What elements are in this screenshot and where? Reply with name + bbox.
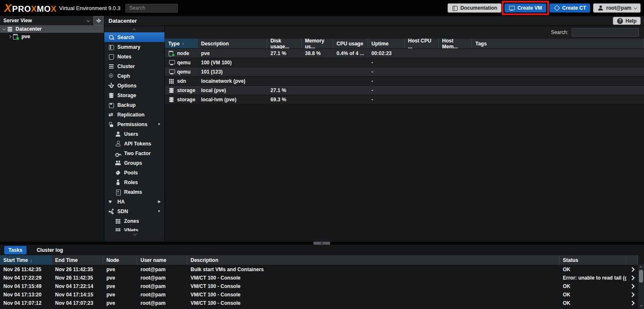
- vertical-scrollbar[interactable]: [638, 264, 644, 309]
- host-mem: [439, 86, 472, 95]
- task-expand-button[interactable]: [626, 282, 638, 291]
- bottom-panel: Tasks Cluster log Start Time ↓ End Time: [0, 245, 644, 309]
- menu-item[interactable]: Realms: [104, 187, 164, 197]
- menu-item[interactable]: Backup: [104, 100, 164, 110]
- storage-icon: [168, 87, 175, 93]
- menu-item[interactable]: Replication: [104, 110, 164, 119]
- book-icon: [108, 44, 114, 50]
- task-expand-button[interactable]: [626, 265, 638, 274]
- create-vm-button[interactable]: Create VM: [504, 3, 546, 13]
- task-expand-button[interactable]: [626, 291, 638, 299]
- tags: [472, 77, 644, 86]
- resource-row[interactable]: node pve 27.1 % 38.8 % 0.4% of 4 ... 00:…: [165, 49, 644, 58]
- task-description: VM/CT 100 - Console: [187, 291, 559, 299]
- menu-item[interactable]: Permissions ▼: [104, 119, 164, 129]
- splitter-handle[interactable]: [313, 242, 330, 245]
- column-header[interactable]: End Time: [52, 255, 103, 265]
- menu-item[interactable]: Notes: [104, 52, 164, 61]
- panel-splitter[interactable]: [0, 242, 644, 245]
- column-header[interactable]: Status: [559, 255, 626, 265]
- menu-scroll-up[interactable]: [104, 27, 164, 32]
- menu-item[interactable]: VNets: [104, 226, 164, 231]
- chevron-right-icon: [630, 275, 634, 280]
- column-header[interactable]: Type ↑: [165, 39, 198, 49]
- menu-item[interactable]: API Tokens: [104, 139, 164, 148]
- column-header[interactable]: Start Time ↓: [0, 255, 52, 265]
- column-header[interactable]: Description: [198, 39, 267, 49]
- task-row[interactable]: Nov 04 17:07:12 Nov 04 17:07:23 pve root…: [0, 299, 638, 307]
- menu-item[interactable]: Two Factor: [104, 148, 164, 158]
- user-menu-button[interactable]: root@pam: [593, 3, 641, 13]
- column-header[interactable]: Node: [103, 255, 137, 265]
- menu-item[interactable]: Options: [104, 81, 164, 90]
- tree-expander-icon[interactable]: [8, 35, 11, 38]
- menu-item[interactable]: HA ▶: [104, 197, 164, 206]
- scroll-up-arrow[interactable]: [638, 264, 644, 269]
- bottom-tab[interactable]: Cluster log: [32, 246, 67, 254]
- menu-item[interactable]: Ceph: [104, 71, 164, 81]
- menu-scroll-down[interactable]: [104, 231, 164, 237]
- task-row[interactable]: Nov 04 17:13:20 Nov 04 17:14:15 pve root…: [0, 291, 638, 299]
- column-header[interactable]: Uptime: [368, 39, 405, 49]
- resource-row[interactable]: qemu 101 (123) -: [165, 67, 644, 77]
- resource-row[interactable]: storage local (pve) 27.1 % -: [165, 86, 644, 95]
- column-header[interactable]: Host Mem...: [439, 39, 472, 49]
- resource-search-input[interactable]: [572, 28, 639, 37]
- menu-item[interactable]: Search: [104, 32, 164, 42]
- create-ct-button[interactable]: Create CT: [549, 3, 591, 13]
- resource-row[interactable]: sdn localnetwork (pve) -: [165, 77, 644, 86]
- column-header[interactable]: Memory us...: [302, 39, 333, 49]
- menu-item[interactable]: Roles: [104, 177, 164, 187]
- task-expand-button[interactable]: [626, 274, 638, 282]
- tags: [472, 49, 644, 58]
- menu-item[interactable]: Cluster: [104, 61, 164, 71]
- caret-icon: ▶: [158, 200, 161, 203]
- documentation-label: Documentation: [461, 5, 497, 11]
- column-header[interactable]: Tags: [472, 39, 644, 49]
- resource-description: local-lvm (pve): [198, 95, 267, 104]
- disk-usage: [267, 67, 302, 77]
- menu-item[interactable]: Users: [104, 129, 164, 139]
- task-row[interactable]: Nov 04 17:15:49 Nov 04 17:22:14 pve root…: [0, 282, 638, 291]
- view-select-dropdown[interactable]: Server View: [0, 16, 93, 25]
- tree-node[interactable]: pve: [0, 33, 104, 40]
- task-row[interactable]: Nov 26 11:42:35 Nov 26 11:42:35 pve root…: [0, 265, 638, 274]
- scrollbar-thumb[interactable]: [639, 270, 643, 283]
- tree-expander-icon[interactable]: [2, 27, 5, 30]
- column-header[interactable]: Disk usage...: [267, 39, 302, 49]
- datacenter-menu: Search Summary Notes: [104, 26, 165, 241]
- help-button[interactable]: Help: [613, 17, 641, 25]
- menu-item[interactable]: Summary: [104, 42, 164, 52]
- task-start-time: Nov 04 17:13:20: [0, 291, 52, 299]
- resource-row[interactable]: qemu 100 (VM 100) -: [165, 58, 644, 67]
- column-header[interactable]: User name: [137, 255, 187, 265]
- task-start-time: Nov 26 11:42:35: [0, 265, 52, 274]
- tree-node[interactable]: Datacenter: [0, 25, 104, 33]
- menu-item[interactable]: Groups: [104, 158, 164, 168]
- global-search-input[interactable]: [125, 4, 178, 13]
- task-expand-button[interactable]: [626, 299, 638, 307]
- task-start-time: Nov 04 17:22:29: [0, 274, 52, 282]
- resource-row[interactable]: storage local-lvm (pve) 69.3 % -: [165, 95, 644, 104]
- logo-letter: MO: [37, 4, 51, 14]
- column-header[interactable]: Description: [187, 255, 559, 265]
- menu-item-label: Roles: [124, 180, 138, 185]
- scroll-down-arrow[interactable]: [638, 305, 644, 309]
- menu-item[interactable]: SDN ▼: [104, 206, 164, 216]
- caret-icon: ▼: [157, 209, 161, 213]
- sort-arrow-icon: ↓: [30, 258, 32, 263]
- documentation-button[interactable]: Documentation: [448, 3, 501, 13]
- column-header[interactable]: CPU usage: [333, 39, 368, 49]
- bottom-tab[interactable]: Tasks: [4, 246, 27, 254]
- cpu-usage: [333, 58, 368, 67]
- tree-settings-button[interactable]: [93, 16, 104, 25]
- column-header[interactable]: [626, 255, 638, 265]
- chevron-right-icon: [630, 267, 634, 272]
- menu-item[interactable]: Zones: [104, 216, 164, 226]
- task-row[interactable]: Nov 04 17:22:29 Nov 26 11:42:35 pve root…: [0, 274, 638, 282]
- host-mem: [439, 49, 472, 58]
- task-status: Error: unable to read tail (got...: [559, 274, 626, 282]
- column-header[interactable]: Host CPU ...: [405, 39, 439, 49]
- menu-item[interactable]: Pools: [104, 168, 164, 177]
- menu-item[interactable]: Storage: [104, 90, 164, 100]
